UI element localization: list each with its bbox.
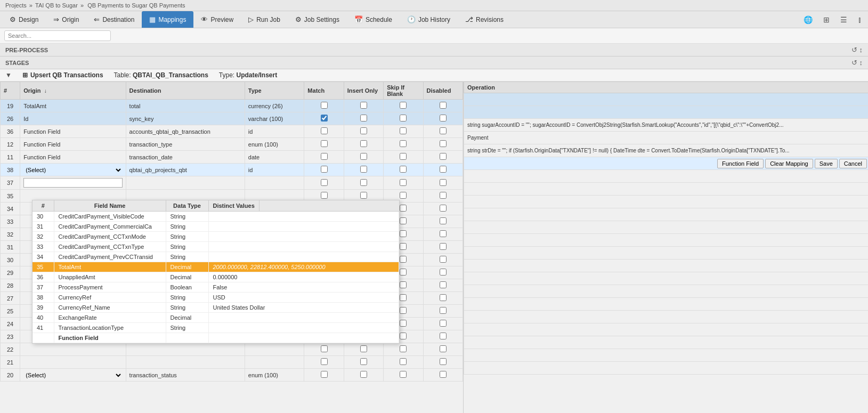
row-disabled[interactable]	[423, 176, 463, 190]
tab-mappings[interactable]: ▦ Mappings	[142, 11, 193, 28]
row-origin[interactable]	[20, 176, 126, 190]
row-disabled[interactable]	[423, 100, 463, 112]
table-row[interactable]: 38(Select)qbtai_qb_projects_qbtid	[1, 164, 463, 176]
globe-button[interactable]: 🌐	[799, 13, 817, 26]
row-disabled[interactable]	[423, 241, 463, 254]
tab-job-history[interactable]: 🕐 Job History	[400, 11, 458, 28]
function-field-button[interactable]: Function Field	[717, 159, 764, 168]
tab-revisions[interactable]: ⎇ Revisions	[458, 11, 511, 28]
table-row[interactable]: 12Function Fieldtransaction_typeenum (10…	[1, 138, 463, 151]
row-disabled[interactable]	[423, 164, 463, 176]
tab-job-settings[interactable]: ⚙ Job Settings	[288, 11, 347, 28]
field-picker-body[interactable]: 30CreditCardPayment_VisibleCodeString31C…	[33, 212, 399, 343]
table-row[interactable]: 36Function Fieldaccounts_qbtai_qb_transa…	[1, 125, 463, 138]
row-match[interactable]	[304, 176, 344, 190]
row-disabled[interactable]	[423, 292, 463, 305]
breadcrumb-projects[interactable]: Projects	[5, 2, 27, 9]
row-origin[interactable]: Function Field	[20, 138, 126, 151]
row-match[interactable]	[304, 125, 344, 138]
field-picker-row[interactable]: 41TransactionLocationTypeString	[33, 323, 399, 333]
row-origin[interactable]: TotalAmt	[20, 100, 126, 112]
row-disabled[interactable]	[423, 228, 463, 241]
row-insert-only[interactable]	[344, 356, 383, 369]
tab-run-job[interactable]: ▷ Run Job	[241, 11, 288, 28]
table-row[interactable]: 20(Select)transaction_statusenum (100)	[1, 369, 463, 382]
stages-sort[interactable]: ↕	[859, 59, 863, 67]
row-origin[interactable]: Function Field	[20, 151, 126, 164]
row-disabled[interactable]	[423, 369, 463, 382]
field-picker-row[interactable]: 39CurrencyRef_NameStringUnited States Do…	[33, 303, 399, 313]
field-picker-row[interactable]: 35TotalAmtDecimal2000.000000, 22812.4000…	[33, 262, 399, 272]
stage-toggle[interactable]: ▼	[5, 71, 12, 79]
row-match[interactable]	[304, 138, 344, 151]
row-match[interactable]	[304, 100, 344, 112]
tab-destination[interactable]: ⇐ Destination	[86, 11, 142, 28]
row-insert-only[interactable]	[344, 138, 383, 151]
origin-input[interactable]	[23, 178, 122, 188]
row-disabled[interactable]	[423, 203, 463, 215]
row-disabled[interactable]	[423, 151, 463, 164]
row-insert-only[interactable]	[344, 369, 383, 382]
field-picker-row[interactable]: 30CreditCardPayment_VisibleCodeString	[33, 212, 399, 222]
tab-schedule[interactable]: 📅 Schedule	[347, 11, 400, 28]
row-match[interactable]	[304, 164, 344, 176]
row-skip-if-blank[interactable]	[384, 164, 423, 176]
list-button[interactable]: ☰	[836, 13, 851, 26]
row-disabled[interactable]	[423, 125, 463, 138]
field-picker-row[interactable]: Function Field	[33, 333, 399, 343]
origin-select[interactable]: (Select)	[23, 371, 122, 379]
row-insert-only[interactable]	[344, 100, 383, 112]
row-match[interactable]	[304, 356, 344, 369]
field-picker-row[interactable]: 33CreditCardPayment_CCTxnTypeString	[33, 242, 399, 252]
row-match[interactable]	[304, 369, 344, 382]
breadcrumb-tai[interactable]: TAI QB to Sugar	[35, 2, 78, 9]
row-skip-if-blank[interactable]	[384, 100, 423, 112]
row-disabled[interactable]	[423, 215, 463, 228]
field-picker-row[interactable]: 34CreditCardPayment_PrevCCTransidString	[33, 252, 399, 262]
tab-preview[interactable]: 👁 Preview	[193, 11, 241, 28]
row-origin[interactable]	[20, 356, 126, 369]
row-skip-if-blank[interactable]	[384, 369, 423, 382]
field-picker-row[interactable]: 37ProcessPaymentBooleanFalse	[33, 282, 399, 293]
cancel-button[interactable]: Cancel	[839, 159, 867, 168]
table-row[interactable]: 21	[1, 356, 463, 369]
origin-sort-icon[interactable]: ↓	[44, 88, 47, 94]
row-skip-if-blank[interactable]	[384, 125, 423, 138]
row-skip-if-blank[interactable]	[384, 176, 423, 190]
row-disabled[interactable]	[423, 330, 463, 343]
row-skip-if-blank[interactable]	[384, 343, 423, 356]
row-disabled[interactable]	[423, 266, 463, 279]
row-disabled[interactable]	[423, 356, 463, 369]
row-disabled[interactable]	[423, 343, 463, 356]
row-skip-if-blank[interactable]	[384, 138, 423, 151]
table-row[interactable]: 37	[1, 176, 463, 190]
origin-select[interactable]: (Select)	[23, 166, 122, 174]
table-row[interactable]: 11Function Fieldtransaction_datedate	[1, 151, 463, 164]
row-insert-only[interactable]	[344, 151, 383, 164]
row-disabled[interactable]	[423, 318, 463, 330]
row-insert-only[interactable]	[344, 176, 383, 190]
row-disabled[interactable]	[423, 138, 463, 151]
row-match[interactable]	[304, 112, 344, 125]
field-picker-row[interactable]: 31CreditCardPayment_CommercialCaString	[33, 222, 399, 232]
table-row[interactable]: 22	[1, 343, 463, 356]
pre-process-refresh[interactable]: ↺	[851, 46, 857, 54]
row-disabled[interactable]	[423, 305, 463, 318]
row-origin[interactable]: (Select)	[20, 369, 126, 382]
row-skip-if-blank[interactable]	[384, 356, 423, 369]
row-origin[interactable]: Function Field	[20, 125, 126, 138]
row-insert-only[interactable]	[344, 164, 383, 176]
row-match[interactable]	[304, 151, 344, 164]
row-disabled[interactable]	[423, 190, 463, 203]
row-skip-if-blank[interactable]	[384, 112, 423, 125]
row-insert-only[interactable]	[344, 125, 383, 138]
grid-button[interactable]: ⊞	[819, 13, 834, 26]
row-insert-only[interactable]	[344, 112, 383, 125]
field-picker-row[interactable]: 40ExchangeRateDecimal	[33, 313, 399, 323]
table-row[interactable]: 19TotalAmttotalcurrency (26)	[1, 100, 463, 112]
row-origin[interactable]: (Select)	[20, 164, 126, 176]
row-origin[interactable]	[20, 343, 126, 356]
table-row[interactable]: 26Idsync_keyvarchar (100)	[1, 112, 463, 125]
field-picker-row[interactable]: 36UnappliedAmtDecimal0.000000	[33, 272, 399, 282]
row-origin[interactable]: Id	[20, 112, 126, 125]
